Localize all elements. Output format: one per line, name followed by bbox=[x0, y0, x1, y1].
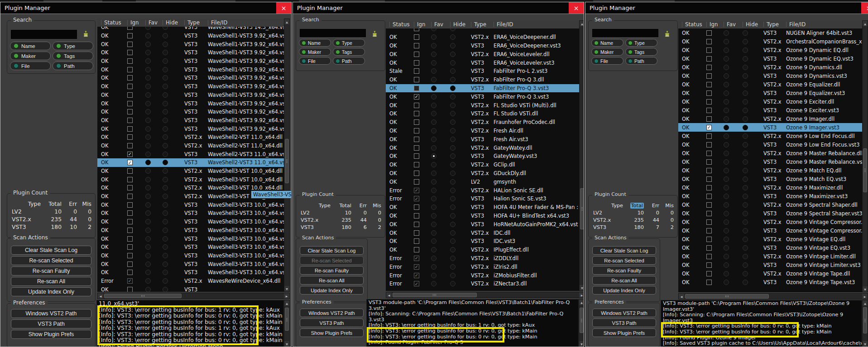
ignore-checkbox[interactable] bbox=[127, 67, 145, 72]
ignore-checkbox[interactable] bbox=[706, 133, 724, 139]
table-row[interactable]: OK VST2.x Ozone 9 Equalizer.dll bbox=[678, 80, 862, 89]
pref-button[interactable]: Windows VST2 Path bbox=[300, 309, 364, 317]
favorite-radio[interactable] bbox=[431, 264, 450, 270]
ignore-checkbox[interactable] bbox=[706, 125, 724, 130]
favorite-radio[interactable] bbox=[724, 65, 743, 70]
column-header[interactable]: Ign bbox=[127, 20, 145, 25]
hide-radio[interactable] bbox=[743, 262, 763, 268]
ignore-checkbox[interactable] bbox=[414, 52, 431, 57]
table-row[interactable]: OK VST2.x OrchestralCompanionBrass_x64.d bbox=[678, 37, 862, 46]
close-button[interactable]: × bbox=[861, 2, 868, 14]
table-row[interactable]: OK VST3 WaveShell3-VST3 10.0_x64.vst3 bbox=[97, 209, 284, 218]
hide-radio[interactable] bbox=[450, 171, 471, 176]
hide-radio[interactable] bbox=[743, 211, 763, 216]
table-horizontal-scrollbar[interactable]: ◀ ▶ bbox=[678, 293, 868, 299]
favorite-radio[interactable] bbox=[431, 111, 450, 116]
ignore-checkbox[interactable] bbox=[127, 134, 145, 140]
search-filter-toggle[interactable]: Maker bbox=[299, 48, 331, 56]
table-row[interactable]: OK VST3 Ozone 9 Vintage Compressor.vst bbox=[678, 226, 862, 235]
table-row[interactable]: OK VST3 WaveShell1-VST3 9.92_x64.vst3 bbox=[97, 91, 284, 100]
favorite-radio[interactable] bbox=[145, 58, 163, 64]
hide-radio[interactable] bbox=[450, 34, 471, 40]
favorite-radio[interactable] bbox=[431, 145, 450, 151]
ignore-checkbox[interactable] bbox=[414, 230, 431, 236]
search-input[interactable] bbox=[592, 29, 658, 37]
favorite-radio[interactable] bbox=[145, 75, 163, 81]
scan-button[interactable]: Re-scan All bbox=[592, 276, 656, 285]
hide-radio[interactable] bbox=[450, 111, 471, 116]
hide-radio[interactable] bbox=[743, 202, 763, 208]
favorite-radio[interactable] bbox=[145, 160, 163, 165]
column-header[interactable]: File/ID bbox=[786, 22, 862, 27]
search-filter-toggle[interactable]: File bbox=[10, 62, 51, 70]
column-header[interactable]: Fav bbox=[431, 22, 450, 27]
table-row[interactable]: OK VST2.x Fresh Air.dll bbox=[386, 127, 579, 135]
favorite-radio[interactable] bbox=[145, 101, 163, 106]
ignore-checkbox[interactable] bbox=[414, 162, 431, 167]
ignore-checkbox[interactable] bbox=[706, 202, 724, 208]
ignore-checkbox[interactable] bbox=[706, 211, 724, 216]
favorite-radio[interactable] bbox=[145, 177, 163, 182]
table-row[interactable]: OK LV2 gmsynth bbox=[386, 177, 579, 186]
hide-radio[interactable] bbox=[743, 245, 763, 251]
ignore-checkbox[interactable] bbox=[414, 29, 431, 31]
table-row[interactable]: Error VST2.x iZDDLY.dll bbox=[386, 254, 579, 263]
scrollbar-thumb[interactable] bbox=[685, 294, 769, 299]
favorite-radio[interactable] bbox=[431, 128, 450, 133]
table-row[interactable]: OK VST2.x Ozone 9 Vintage Tape.dll bbox=[678, 269, 862, 278]
favorite-radio[interactable] bbox=[145, 185, 163, 190]
column-header[interactable]: Hide bbox=[163, 20, 184, 25]
ignore-checkbox[interactable] bbox=[127, 58, 145, 64]
column-header[interactable]: Fav bbox=[145, 20, 163, 25]
favorite-radio[interactable] bbox=[431, 94, 450, 100]
hide-radio[interactable] bbox=[743, 30, 763, 36]
table-row[interactable]: OK VST3 Ozone 9 Spectral Shaper.vst3 bbox=[678, 209, 862, 218]
hide-radio[interactable] bbox=[163, 194, 184, 199]
favorite-radio[interactable] bbox=[431, 230, 450, 236]
scrollbar-thumb[interactable] bbox=[393, 293, 477, 297]
ignore-checkbox[interactable] bbox=[706, 254, 724, 259]
favorite-radio[interactable] bbox=[145, 219, 163, 224]
favorite-radio[interactable] bbox=[724, 168, 743, 173]
table-horizontal-scrollbar[interactable]: ◀ ▶ bbox=[386, 292, 584, 298]
ignore-checkbox[interactable] bbox=[127, 210, 145, 216]
scan-button[interactable]: Re-scan Selected bbox=[11, 256, 91, 265]
table-row[interactable]: OK VST2.x Ozone 9 Match EQ.dll bbox=[678, 166, 862, 175]
favorite-radio[interactable] bbox=[724, 271, 743, 276]
favorite-radio[interactable] bbox=[724, 30, 743, 36]
favorite-radio[interactable] bbox=[145, 261, 163, 267]
favorite-radio[interactable] bbox=[431, 29, 450, 31]
ignore-checkbox[interactable] bbox=[127, 253, 145, 258]
table-row[interactable]: OK VST3 NUGEN Aligner 64bit.vst3 bbox=[678, 29, 862, 37]
table-row[interactable]: Error VST2.x WavesReWireDevice_x64.dll bbox=[97, 277, 284, 285]
table-row[interactable]: OK VST3 FabFilter Pro-Q 3.vst3 bbox=[386, 84, 579, 93]
hide-radio[interactable] bbox=[163, 152, 184, 157]
hide-radio[interactable] bbox=[450, 230, 471, 236]
ignore-checkbox[interactable] bbox=[414, 188, 431, 193]
pref-button[interactable]: VST3 Path bbox=[300, 318, 364, 327]
scroll-left-icon[interactable]: ◀ bbox=[386, 292, 392, 298]
hide-radio[interactable] bbox=[450, 179, 471, 185]
hide-radio[interactable] bbox=[163, 202, 184, 208]
table-row[interactable]: OK VST3 WaveShell1-VST3 14.3_x64.vst3 bbox=[97, 27, 284, 32]
favorite-radio[interactable] bbox=[431, 256, 450, 261]
ignore-checkbox[interactable] bbox=[127, 287, 145, 292]
table-row[interactable]: OK VST3 WaveShell1-VST3 9.92_x64.vst3 bbox=[97, 74, 284, 82]
table-row[interactable]: OK VST2.x Ozone 9 Low End Focus.dll bbox=[678, 132, 862, 140]
favorite-radio[interactable] bbox=[431, 60, 450, 66]
scan-button[interactable]: Re-scan Selected bbox=[300, 256, 364, 265]
scroll-up-icon[interactable]: ▲ bbox=[284, 300, 289, 306]
ignore-checkbox[interactable] bbox=[414, 171, 431, 176]
scan-button[interactable]: Update Index Only bbox=[592, 286, 656, 295]
favorite-radio[interactable] bbox=[724, 82, 743, 87]
ignore-checkbox[interactable] bbox=[706, 73, 724, 79]
ignore-checkbox[interactable] bbox=[706, 108, 724, 113]
search-filter-toggle[interactable]: Tags bbox=[333, 48, 365, 56]
ignore-checkbox[interactable] bbox=[414, 68, 431, 74]
column-header[interactable]: Type bbox=[471, 22, 494, 27]
log-vertical-scrollbar[interactable]: ▲ ▼ bbox=[579, 299, 584, 347]
hide-radio[interactable] bbox=[450, 222, 471, 227]
table-row[interactable]: OK VST2.x FL Studio VSTi (Multi).dll bbox=[386, 101, 579, 109]
table-vertical-scrollbar[interactable]: ▲ ▼ bbox=[862, 20, 868, 292]
hide-radio[interactable] bbox=[743, 108, 763, 113]
